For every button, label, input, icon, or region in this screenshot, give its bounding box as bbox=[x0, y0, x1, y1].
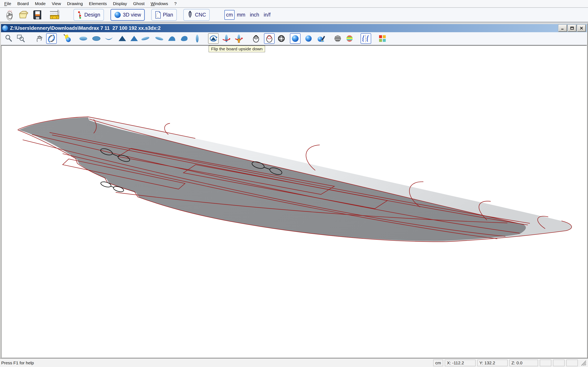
cnc-label: CNC bbox=[195, 12, 206, 18]
surfboard-3d-render bbox=[1, 46, 587, 358]
wire-rings-icon[interactable] bbox=[251, 33, 261, 44]
menu-bar: File Board Mode View Drawing Elements Di… bbox=[0, 0, 588, 8]
status-empty-panel bbox=[566, 360, 578, 366]
save-icon[interactable] bbox=[32, 9, 43, 21]
shaded-sphere-2-icon[interactable] bbox=[303, 33, 314, 44]
close-button[interactable] bbox=[577, 25, 586, 32]
plan-sheet-icon bbox=[155, 11, 161, 19]
paint-sphere-icon[interactable] bbox=[316, 33, 326, 44]
top-outline-icon[interactable] bbox=[192, 33, 203, 44]
front-view-icon[interactable] bbox=[117, 33, 128, 44]
status-y-coordinate: Y: 132.2 bbox=[477, 360, 508, 366]
wire-rings-red-icon[interactable] bbox=[264, 33, 275, 44]
menu-windows[interactable]: Windows bbox=[148, 1, 171, 7]
unit-cm-button[interactable]: cm bbox=[224, 10, 234, 20]
menu-drawing[interactable]: Drawing bbox=[64, 1, 86, 7]
view-toolbar bbox=[1, 32, 587, 45]
light-icon[interactable] bbox=[62, 33, 73, 44]
wire-sphere-icon[interactable] bbox=[276, 33, 287, 44]
menu-ghost[interactable]: Ghost bbox=[130, 1, 148, 7]
status-empty-panel bbox=[553, 360, 564, 366]
document-titlebar[interactable]: Z:\Users\dennery\Downloads\Mandrax 7 11 … bbox=[1, 24, 587, 32]
ellipse-bottom-view-icon[interactable] bbox=[91, 33, 102, 44]
zoom-icon[interactable] bbox=[3, 33, 14, 44]
status-z-coordinate: Z: 0.0 bbox=[509, 360, 538, 366]
status-x-coordinate: X: -112.2 bbox=[445, 360, 476, 366]
zoom-window-icon[interactable] bbox=[16, 33, 26, 44]
resize-grip-icon[interactable] bbox=[580, 360, 587, 366]
status-bar: Press F1 for help cm X: -112.2 Y: 132.2 … bbox=[0, 359, 588, 367]
half-view-icon[interactable] bbox=[179, 33, 190, 44]
rotate-3d-icon[interactable] bbox=[46, 33, 57, 44]
rotate-up-icon[interactable] bbox=[233, 33, 244, 44]
document-title: Z:\Users\dennery\Downloads\Mandrax 7 11 … bbox=[10, 25, 558, 31]
ellipse-top-view-icon[interactable] bbox=[78, 33, 89, 44]
menu-view[interactable]: View bbox=[49, 1, 64, 7]
design-mode-button[interactable]: Design bbox=[73, 9, 104, 21]
svg-text:0: 0 bbox=[56, 16, 57, 18]
document-window: Z:\Users\dennery\Downloads\Mandrax 7 11 … bbox=[0, 23, 588, 359]
flip-upside-down-icon[interactable] bbox=[208, 33, 219, 44]
back-view-icon[interactable] bbox=[129, 33, 139, 44]
design-curve-icon bbox=[77, 11, 82, 19]
profile-view-icon[interactable] bbox=[166, 33, 177, 44]
tooltip: Flip the board upside down bbox=[209, 46, 265, 52]
minimize-button[interactable] bbox=[558, 25, 567, 32]
rotate-axis-icon[interactable] bbox=[221, 33, 232, 44]
pointer-hand-icon[interactable] bbox=[4, 9, 16, 21]
document-icon bbox=[2, 25, 8, 31]
open-folder-icon[interactable] bbox=[18, 9, 29, 21]
plan-mode-button[interactable]: Plan bbox=[151, 9, 177, 21]
sphere-icon bbox=[114, 11, 121, 18]
unit-inch-button[interactable]: inch bbox=[248, 12, 261, 18]
menu-board[interactable]: Board bbox=[14, 1, 32, 7]
main-toolbar: 10 Design 3D view Pla bbox=[0, 8, 588, 22]
unit-inf-button[interactable]: in/f bbox=[261, 12, 273, 18]
menu-file[interactable]: File bbox=[1, 1, 14, 7]
maximize-button[interactable] bbox=[568, 25, 576, 32]
design-label: Design bbox=[84, 12, 100, 18]
view3d-label: 3D view bbox=[123, 12, 141, 18]
cnc-bit-icon bbox=[187, 11, 193, 19]
svg-text:1: 1 bbox=[52, 16, 53, 18]
application-window: File Board Mode View Drawing Elements Di… bbox=[0, 0, 588, 367]
outline-right-icon[interactable] bbox=[154, 33, 164, 44]
shaded-sphere-icon[interactable] bbox=[290, 33, 301, 44]
close-icon bbox=[580, 26, 583, 30]
pan-hand-icon[interactable] bbox=[35, 33, 45, 44]
menu-help[interactable]: ? bbox=[171, 1, 180, 7]
ruler-icon[interactable]: 10 bbox=[49, 9, 61, 21]
status-unit: cm bbox=[433, 360, 443, 366]
plan-label: Plan bbox=[163, 12, 173, 18]
menu-mode[interactable]: Mode bbox=[32, 1, 49, 7]
3d-viewport[interactable] bbox=[1, 45, 587, 358]
maximize-icon bbox=[570, 26, 574, 30]
contour-sphere-icon[interactable] bbox=[332, 33, 343, 44]
cnc-mode-button[interactable]: CNC bbox=[183, 9, 210, 21]
palette-icon[interactable] bbox=[377, 33, 388, 44]
view3d-mode-button[interactable]: 3D view bbox=[111, 9, 145, 21]
status-help-text: Press F1 for help bbox=[1, 360, 34, 365]
rainbow-sphere-icon[interactable] bbox=[344, 33, 355, 44]
symmetry-icon[interactable] bbox=[361, 33, 371, 44]
menu-elements[interactable]: Elements bbox=[86, 1, 110, 7]
minimize-icon bbox=[561, 26, 565, 30]
outline-left-icon[interactable] bbox=[140, 33, 151, 44]
unit-mm-button[interactable]: mm bbox=[234, 12, 248, 18]
status-empty-panel bbox=[540, 360, 551, 366]
rocker-view-icon[interactable] bbox=[104, 33, 114, 44]
menu-display[interactable]: Display bbox=[110, 1, 130, 7]
